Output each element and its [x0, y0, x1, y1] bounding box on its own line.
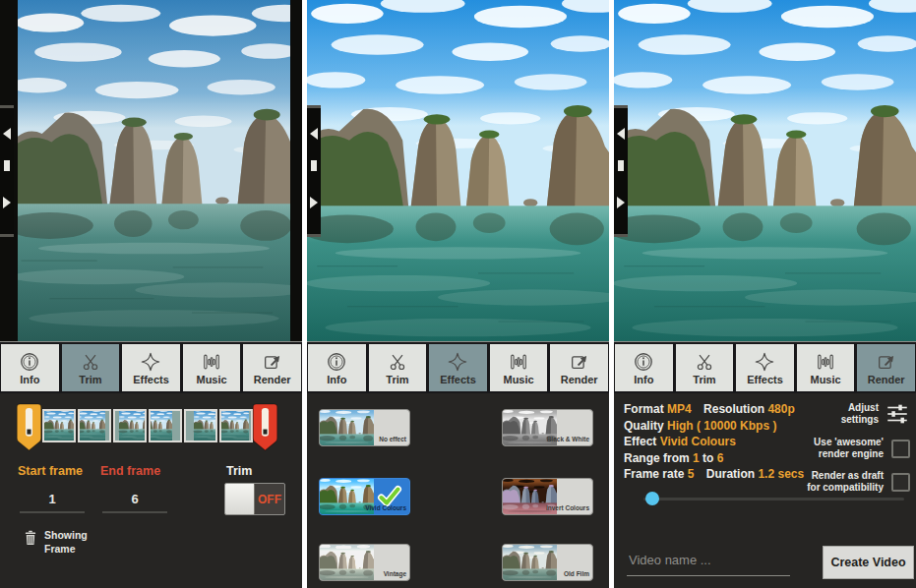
framerate-value: 5 [688, 467, 695, 481]
start-frame-label: Start frame [18, 464, 83, 478]
end-frame-marker[interactable] [252, 403, 278, 451]
tab-label: Render [254, 374, 291, 385]
side-drawer-handle[interactable] [614, 105, 628, 237]
effect-card-vintage[interactable]: Vintage [319, 544, 410, 581]
adjust-settings-button[interactable]: Adjust settings [792, 401, 910, 427]
draft-row: Render as draft for compatibility [792, 470, 910, 494]
app-screenshots-row: Info Trim Effects Music Render [0, 0, 916, 588]
tab-label: Info [327, 374, 346, 385]
start-frame-marker[interactable] [16, 403, 42, 451]
tab-render[interactable]: Render [550, 344, 608, 391]
handle-arrow-left-icon [617, 128, 625, 140]
filmstrip-frame[interactable] [184, 409, 217, 442]
tab-trim[interactable]: Trim [62, 344, 120, 391]
preview-photo-trim [0, 0, 302, 341]
preview-photo-effects [307, 0, 609, 341]
sliders-icon [885, 401, 910, 427]
tab-label: Music [503, 374, 533, 385]
side-drawer-handle[interactable] [307, 105, 321, 237]
effect-card-old-film[interactable]: Old Film [502, 544, 593, 581]
effect-card-vivid-colours[interactable]: Vivid Colours [319, 478, 410, 515]
bay-photo-image [614, 0, 916, 341]
effect-label: Black & White [547, 436, 589, 442]
handle-arrow-right-icon [3, 197, 11, 208]
frame-thumbnail [80, 411, 109, 441]
trash-icon[interactable] [22, 527, 39, 549]
tab-trim[interactable]: Trim [369, 344, 427, 391]
tab-label: Info [634, 374, 653, 385]
tab-trim[interactable]: Trim [676, 344, 734, 391]
tab-render[interactable]: Render [243, 344, 301, 391]
effect-card-black-white[interactable]: Black & White [502, 409, 593, 446]
awesome-engine-checkbox[interactable] [891, 440, 910, 458]
tab-music[interactable]: Music [183, 344, 241, 391]
effect-label: Invert Colours [546, 504, 589, 511]
frame-thumbnail [115, 411, 145, 441]
render-settings: Format MP4 Resolution 480p Quality High … [614, 393, 916, 588]
effect-card-invert-colours[interactable]: Invert Colours [502, 478, 593, 515]
filmstrip-frame[interactable] [78, 409, 111, 442]
render-progress-slider-thumb[interactable] [645, 492, 659, 505]
tab-info[interactable]: Info [308, 344, 366, 391]
effect-label: Effect [624, 435, 656, 448]
filmstrip-frame[interactable] [113, 409, 147, 442]
tab-info[interactable]: Info [1, 344, 59, 391]
handle-arrow-right-icon [310, 197, 318, 208]
handle-arrow-left-icon [310, 128, 318, 140]
end-frame-input[interactable] [102, 486, 167, 513]
render-options-column: Adjust settings Use 'awesome' render eng… [792, 401, 910, 494]
range-end-value: 6 [717, 451, 724, 465]
tab-label: Effects [440, 374, 476, 385]
duration-label: Duration [706, 467, 755, 481]
handle-arrow-left-icon [3, 128, 11, 140]
scissors-icon [80, 351, 101, 373]
tab-effects[interactable]: Effects [736, 344, 794, 391]
tab-effects[interactable]: Effects [429, 344, 487, 391]
effect-label: Vintage [384, 570, 406, 577]
resolution-label: Resolution [703, 402, 764, 416]
side-drawer-handle[interactable] [0, 105, 14, 237]
tab-bar: Info Trim Effects Music Render [0, 341, 302, 393]
create-video-button[interactable]: Create Video [823, 546, 914, 579]
effects-grid: No effect Black & White Vivid Colours In… [307, 393, 609, 588]
bay-photo [18, 0, 290, 341]
handle-pause-icon [311, 160, 317, 171]
equalizer-icon [508, 351, 529, 373]
tab-info[interactable]: Info [615, 344, 673, 391]
filmstrip-frame[interactable] [149, 409, 182, 442]
filmstrip-frame[interactable] [219, 409, 253, 442]
render-progress-slider-track[interactable] [643, 498, 904, 500]
video-name-input[interactable] [627, 544, 790, 576]
quality-value: High ( 10000 Kbps ) [667, 419, 776, 433]
filmstrip-frame[interactable] [42, 409, 76, 442]
tab-bar: Info Trim Effects Music Render [614, 341, 916, 393]
tab-label: Music [810, 374, 840, 385]
scissors-icon [694, 351, 715, 373]
equalizer-icon [201, 351, 222, 373]
effect-value: Vivid Colours [660, 435, 736, 448]
tab-label: Effects [133, 374, 169, 385]
draft-checkbox[interactable] [891, 473, 910, 492]
tab-label: Music [196, 374, 226, 385]
handle-arrow-right-icon [617, 197, 625, 208]
filmstrip[interactable] [42, 409, 253, 442]
trim-toggle[interactable]: OFF [224, 483, 285, 515]
scissors-icon [387, 351, 408, 373]
frame-thumbnail [151, 411, 180, 441]
start-frame-input[interactable] [20, 486, 85, 513]
tab-music[interactable]: Music [797, 344, 855, 391]
sparkle-icon [140, 351, 161, 373]
panel-effects: Info Trim Effects Music Render No [307, 0, 609, 588]
tab-render[interactable]: Render [857, 344, 915, 391]
info-icon [19, 351, 40, 373]
range-start-value: 1 [693, 451, 700, 465]
tab-effects[interactable]: Effects [122, 344, 180, 391]
bay-photo [307, 0, 609, 341]
tab-music[interactable]: Music [490, 344, 548, 391]
effect-card-no-effect[interactable]: No effect [319, 409, 410, 446]
trim-label: Trim [226, 464, 252, 478]
range-to-label: to [702, 451, 713, 465]
frame-thumbnail [44, 411, 74, 441]
panel-trim: Info Trim Effects Music Render [0, 0, 302, 588]
info-icon [326, 351, 347, 373]
